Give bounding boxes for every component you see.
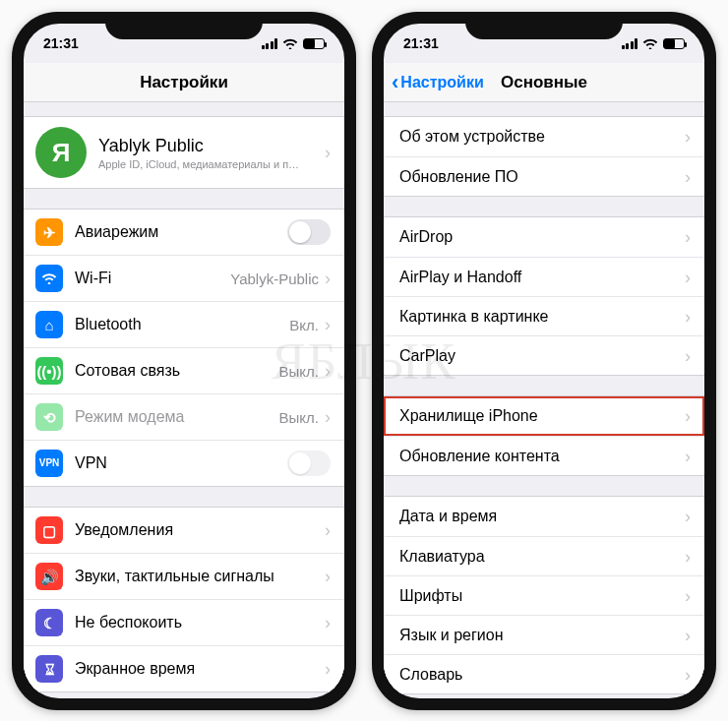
nav-header: Настройки (24, 63, 344, 102)
page-title: Настройки (140, 73, 228, 92)
chevron-right-icon: › (685, 128, 691, 146)
settings-list[interactable]: Я Yablyk Public Apple ID, iCloud, медиам… (24, 102, 344, 698)
phone-right: 21:31 ‹ Настройки Основные Об этом устро… (372, 12, 716, 710)
row-carplay[interactable]: CarPlay › (384, 335, 704, 375)
row-hotspot: ⟲ Режим модема Выкл. › (24, 393, 344, 440)
screentime-icon: ⌛︎ (35, 655, 63, 683)
row-airdrop[interactable]: AirDrop › (384, 217, 704, 257)
battery-icon (303, 38, 325, 49)
page-title: Основные (501, 73, 587, 92)
chevron-right-icon: › (685, 269, 691, 286)
chevron-left-icon: ‹ (392, 72, 398, 93)
battery-icon (663, 38, 685, 49)
row-value: Выкл. (279, 363, 319, 380)
row-label: VPN (75, 454, 287, 472)
wifi-icon (35, 265, 63, 292)
row-notifications[interactable]: ▢ Уведомления › (24, 508, 344, 553)
row-fonts[interactable]: Шрифты › (384, 575, 704, 615)
row-label: Шрифты (399, 587, 685, 605)
row-dictionary[interactable]: Словарь › (384, 654, 704, 693)
apple-id-row[interactable]: Я Yablyk Public Apple ID, iCloud, медиам… (24, 117, 344, 188)
row-label: Звуки, тактильные сигналы (75, 568, 325, 585)
row-about[interactable]: Об этом устройстве › (384, 117, 704, 156)
avatar: Я (35, 127, 87, 178)
row-value: Выкл. (279, 409, 319, 426)
row-background-refresh[interactable]: Обновление контента › (384, 436, 704, 475)
chevron-right-icon: › (325, 568, 331, 585)
row-label: Картинка в картинке (399, 308, 685, 326)
row-label: Словарь (399, 666, 685, 684)
hotspot-icon: ⟲ (35, 403, 63, 431)
cellular-signal-icon (262, 38, 278, 49)
status-time: 21:31 (43, 35, 102, 51)
chevron-right-icon: › (685, 347, 691, 365)
row-screentime[interactable]: ⌛︎ Экранное время › (24, 645, 344, 691)
screen-right: 21:31 ‹ Настройки Основные Об этом устро… (384, 24, 704, 698)
chevron-right-icon: › (685, 407, 691, 425)
row-wifi[interactable]: Wi-Fi Yablyk-Public › (24, 255, 344, 301)
row-software-update[interactable]: Обновление ПО › (384, 156, 704, 196)
row-iphone-storage[interactable]: Хранилище iPhone › (384, 396, 704, 436)
chevron-right-icon: › (325, 362, 331, 380)
row-label: Сотовая связь (75, 362, 279, 380)
back-button[interactable]: ‹ Настройки (392, 63, 484, 101)
row-label: Об этом устройстве (399, 128, 685, 146)
row-pip[interactable]: Картинка в картинке › (384, 296, 704, 335)
phone-left: 21:31 Настройки Я Yablyk Public Apple ID… (12, 12, 356, 710)
bluetooth-icon: ⌂ (35, 311, 63, 338)
apple-id-name: Yablyk Public (98, 136, 325, 156)
vpn-icon: VPN (35, 450, 63, 477)
toggle-vpn[interactable] (287, 451, 331, 476)
chevron-right-icon: › (325, 270, 331, 287)
chevron-right-icon: › (685, 168, 691, 186)
row-vpn[interactable]: VPN VPN (24, 440, 344, 486)
chevron-right-icon: › (325, 316, 331, 333)
row-label: Обновление контента (399, 448, 685, 465)
row-label: Режим модема (75, 408, 279, 426)
row-label: CarPlay (399, 347, 685, 365)
row-value: Yablyk-Public (230, 270, 319, 287)
cellular-signal-icon (622, 38, 638, 49)
row-airplane-mode[interactable]: ✈︎ Авиарежим (24, 210, 344, 255)
row-airplay-handoff[interactable]: AirPlay и Handoff › (384, 257, 704, 296)
chevron-right-icon: › (325, 660, 331, 678)
row-keyboard[interactable]: Клавиатура › (384, 536, 704, 575)
row-label: Язык и регион (399, 627, 685, 644)
row-dnd[interactable]: ☾ Не беспокоить › (24, 599, 344, 645)
row-date-time[interactable]: Дата и время › (384, 497, 704, 536)
chevron-right-icon: › (325, 614, 331, 631)
chevron-right-icon: › (685, 627, 691, 644)
chevron-right-icon: › (325, 144, 331, 161)
wifi-icon (642, 37, 658, 49)
nav-header: ‹ Настройки Основные (384, 63, 704, 102)
cellular-icon: ((•)) (35, 357, 63, 385)
wifi-icon (282, 37, 298, 49)
chevron-right-icon: › (325, 408, 331, 426)
chevron-right-icon: › (685, 308, 691, 326)
dnd-icon: ☾ (35, 609, 63, 636)
row-bluetooth[interactable]: ⌂ Bluetooth Вкл. › (24, 301, 344, 347)
screen-left: 21:31 Настройки Я Yablyk Public Apple ID… (24, 24, 344, 698)
row-sounds[interactable]: 🔊 Звуки, тактильные сигналы › (24, 553, 344, 599)
airplane-icon: ✈︎ (35, 218, 63, 246)
row-language-region[interactable]: Язык и регион › (384, 615, 704, 654)
sounds-icon: 🔊 (35, 563, 63, 590)
toggle-airplane[interactable] (287, 219, 331, 245)
row-label: Не беспокоить (75, 614, 325, 631)
notch (105, 12, 263, 39)
chevron-right-icon: › (685, 508, 691, 525)
chevron-right-icon: › (685, 448, 691, 465)
row-label: Хранилище iPhone (399, 407, 685, 425)
notch (465, 12, 623, 39)
chevron-right-icon: › (685, 666, 691, 684)
status-time: 21:31 (403, 35, 462, 51)
row-label: Обновление ПО (399, 168, 685, 186)
apple-id-subtitle: Apple ID, iCloud, медиаматериалы и покуп… (98, 158, 305, 170)
chevron-right-icon: › (325, 521, 331, 539)
row-value: Вкл. (289, 317, 319, 333)
row-cellular[interactable]: ((•)) Сотовая связь Выкл. › (24, 347, 344, 393)
chevron-right-icon: › (685, 548, 691, 566)
back-label: Настройки (400, 74, 483, 91)
general-list[interactable]: Об этом устройстве › Обновление ПО › Air… (384, 102, 704, 698)
row-label: Bluetooth (75, 316, 289, 333)
